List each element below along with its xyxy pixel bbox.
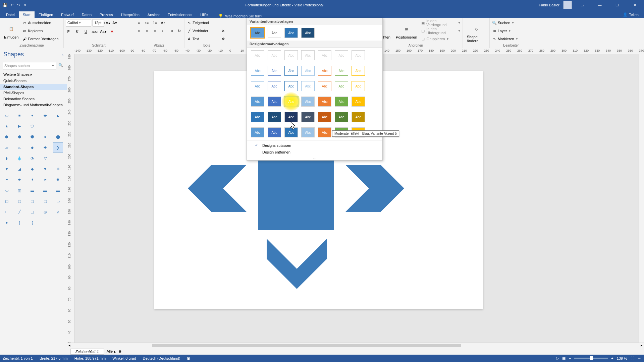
bring-front-button[interactable]: ▣In den Vordergrund▼	[421, 19, 461, 26]
shape-box[interactable]: ▬	[28, 186, 37, 195]
tab-hilfe[interactable]: Hilfe	[196, 11, 212, 18]
design-swatch[interactable]: Abc	[301, 127, 315, 137]
shape-dot[interactable]: ●	[2, 218, 11, 227]
tab-einfuegen[interactable]: Einfügen	[35, 11, 57, 18]
design-swatch[interactable]: Abc	[318, 97, 331, 107]
shape-tri[interactable]: ▲	[2, 121, 11, 131]
shape-search-input[interactable]: Shapes suchen ▼	[3, 62, 56, 69]
bold-button[interactable]: F	[66, 29, 71, 34]
design-swatch[interactable]: Abc	[251, 66, 264, 76]
shape-chevron[interactable]: ❯	[53, 143, 63, 152]
zoom-out-icon[interactable]: −	[569, 356, 571, 360]
qat-customize-icon[interactable]: ▾	[23, 3, 28, 7]
design-swatch[interactable]: Abc	[352, 81, 365, 91]
indent-inc-icon[interactable]: ⇥	[168, 28, 174, 34]
shape-rr3[interactable]: ▢	[28, 196, 37, 206]
design-swatch[interactable]: Abc	[284, 81, 298, 91]
shape-cyl[interactable]: ⬭	[2, 186, 11, 195]
tab-ansicht[interactable]: Ansicht	[144, 11, 164, 18]
presentation-icon[interactable]: ▷	[556, 356, 559, 361]
design-swatch[interactable]: Abc	[335, 81, 348, 91]
underline-button[interactable]: U	[83, 29, 89, 34]
shape-oct[interactable]: ⯄	[28, 132, 37, 141]
shape-kite[interactable]: ◆	[28, 164, 37, 174]
design-swatch[interactable]: Abc	[251, 112, 264, 122]
tree-decorative-shapes[interactable]: Dekorative Shapes	[0, 96, 67, 102]
strike-button[interactable]: abc	[92, 29, 97, 34]
variant-swatch[interactable]: Abc	[268, 28, 281, 38]
design-swatch[interactable]: Abc	[335, 97, 348, 107]
ribbon-options-icon[interactable]: ▭	[576, 0, 589, 10]
align-center-icon[interactable]: ≡	[144, 28, 150, 34]
vertical-scrollbar[interactable]	[639, 54, 644, 343]
shape-l[interactable]: ∟	[2, 207, 11, 217]
shape-wedge[interactable]: ◢	[15, 164, 24, 174]
shape-star4[interactable]: ✦	[2, 175, 11, 184]
save-icon[interactable]: 💾	[3, 3, 7, 7]
align-right-icon[interactable]: ≡	[152, 28, 158, 34]
design-swatch[interactable]: Abc	[268, 112, 281, 122]
tree-quick-shapes[interactable]: Quick-Shapes	[0, 78, 67, 84]
shape-fan[interactable]: ▼	[2, 164, 11, 174]
design-swatch[interactable]: Abc	[318, 66, 331, 76]
tree-diagram-shapes[interactable]: Diagramm- und Mathematik-Shapes	[0, 102, 67, 108]
text-direction-icon[interactable]: A↕	[160, 20, 166, 25]
shape-tri2[interactable]: ▶	[15, 121, 24, 131]
cut-button[interactable]: ✂Ausschneiden	[22, 19, 58, 26]
design-swatch[interactable]: Abc	[301, 97, 315, 107]
sheet-tab-1[interactable]: Zeichenblatt-1	[70, 349, 104, 355]
design-swatch[interactable]: Abc	[352, 112, 365, 122]
rotate-text-icon[interactable]: ↻	[176, 28, 182, 34]
tab-entwurf[interactable]: Entwurf	[57, 11, 77, 18]
numbering-icon[interactable]: 1≡	[152, 20, 158, 25]
search-go-icon[interactable]: 🔍	[57, 62, 64, 69]
shape-cross[interactable]: ✚	[41, 143, 50, 152]
tab-entwicklertools[interactable]: Entwicklertools	[164, 11, 196, 18]
tree-arrow-shapes[interactable]: Pfeil-Shapes	[0, 90, 67, 96]
shape-rr4[interactable]: ▢	[41, 196, 50, 206]
pan-icon[interactable]: ↔	[638, 356, 641, 360]
zoom-in-icon[interactable]: +	[611, 356, 613, 360]
zoom-value[interactable]: 139 %	[617, 356, 627, 360]
shape-funnel[interactable]: ▼	[41, 164, 50, 174]
allow-designs-item[interactable]: ✓ Designs zulassen	[247, 142, 382, 149]
design-swatch[interactable]: Abc	[284, 97, 298, 107]
shape-pie[interactable]: ◔	[28, 154, 37, 163]
tree-more-shapes[interactable]: Weitere Shapes ▸	[0, 71, 67, 78]
shape-frame[interactable]: ▭	[53, 196, 63, 206]
design-swatch[interactable]: Abc	[301, 112, 315, 122]
zoom-slider[interactable]	[574, 358, 608, 359]
paste-button[interactable]: 📋 Einfügen	[2, 19, 20, 44]
tab-prozess[interactable]: Prozess	[96, 11, 117, 18]
close-small-icon[interactable]: ✕	[220, 28, 226, 34]
collapse-icon[interactable]: ‹	[62, 53, 63, 57]
design-swatch[interactable]: Abc	[318, 81, 331, 91]
shape-cube[interactable]: ◫	[15, 186, 24, 195]
variant-swatch[interactable]: Abc	[284, 28, 298, 38]
tab-daten[interactable]: Daten	[78, 11, 96, 18]
shape-rtri[interactable]: ◣	[53, 111, 63, 120]
design-swatch[interactable]: Abc	[268, 66, 281, 76]
shape-circle2[interactable]: ●	[41, 132, 50, 141]
shape-blank1[interactable]	[41, 121, 50, 131]
view-normal-icon[interactable]: ▦	[562, 356, 566, 361]
shape-rr5[interactable]: ▢	[28, 207, 37, 217]
shape-burst[interactable]: ✺	[53, 175, 63, 184]
design-swatch[interactable]: Abc	[352, 97, 365, 107]
design-swatch[interactable]: Abc	[335, 66, 348, 76]
undo-icon[interactable]: ↶	[9, 3, 14, 7]
shape-square[interactable]: ■	[15, 111, 24, 120]
design-swatch[interactable]: Abc	[301, 81, 315, 91]
shape-can[interactable]: ⬤	[53, 132, 63, 141]
shape-hex[interactable]: ⬢	[2, 132, 11, 141]
tab-datei[interactable]: Datei	[2, 11, 19, 18]
fit-window-icon[interactable]: ⛶	[631, 356, 634, 360]
grow-font-icon[interactable]: A▴	[105, 20, 111, 25]
group-button[interactable]: ⊡Gruppieren▼	[421, 35, 461, 43]
share-button[interactable]: 👤 Teilen	[618, 11, 644, 18]
shape-star6[interactable]: ✶	[28, 175, 37, 184]
move-icon[interactable]: ✥	[220, 36, 226, 42]
design-swatch[interactable]: Abc	[284, 66, 298, 76]
change-shape-button[interactable]: ◇Shape ändern	[465, 19, 487, 47]
user-avatar[interactable]	[564, 1, 572, 9]
